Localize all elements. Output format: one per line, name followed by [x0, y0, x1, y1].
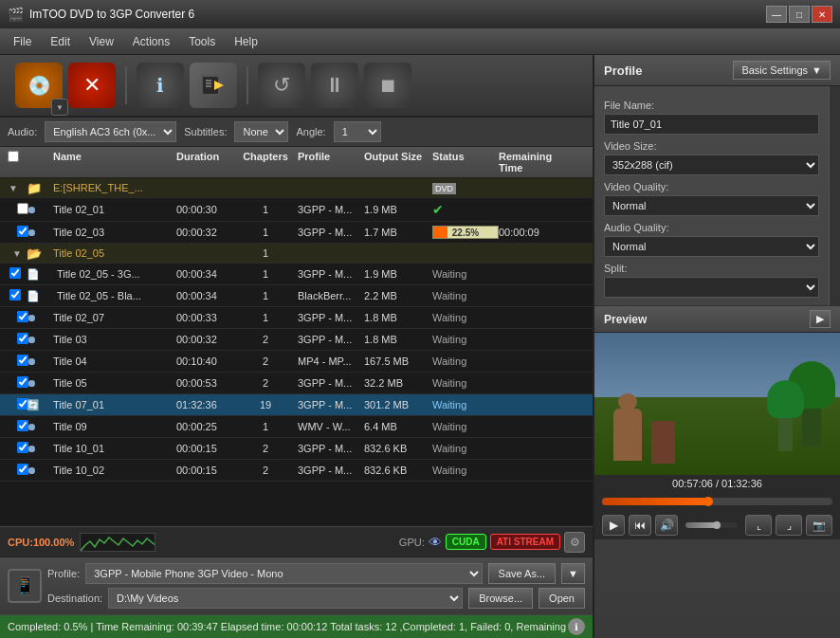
table-row[interactable]: 📄 Title 02_05 - 3G... 00:00:34 1 3GPP - … — [0, 264, 593, 285]
table-row[interactable]: ⏺ Title 02_03 00:00:32 1 3GPP - M... 1.7… — [0, 222, 593, 244]
convert-button[interactable] — [190, 63, 237, 108]
table-row[interactable]: ▼ 📂 Title 02_05 1 — [0, 244, 593, 264]
row-checkbox[interactable] — [9, 289, 21, 301]
menu-help[interactable]: Help — [225, 31, 267, 52]
seekbar-thumb[interactable] — [703, 497, 713, 506]
play-button[interactable]: ▶ — [602, 515, 625, 536]
status-waiting: Waiting — [432, 399, 466, 410]
snapshot-button[interactable]: 📷 — [806, 515, 832, 536]
row-profile-cell: 3GPP - M... — [294, 461, 360, 480]
minimize-button[interactable]: — — [766, 6, 787, 23]
menu-edit[interactable]: Edit — [41, 31, 80, 52]
row-check-cell — [0, 222, 27, 243]
clip-end-button[interactable]: ⌟ — [776, 515, 802, 536]
stop2-button[interactable]: ⏹ — [364, 63, 411, 108]
volume-button[interactable]: 🔊 — [655, 515, 678, 536]
preview-scene — [594, 333, 840, 475]
select-all-checkbox[interactable] — [8, 151, 19, 162]
status-waiting: Waiting — [432, 334, 466, 345]
videoquality-select[interactable]: Normal — [604, 195, 819, 216]
menu-file[interactable]: File — [4, 31, 41, 52]
row-chapters-cell: 2 — [237, 352, 294, 371]
filename-input[interactable] — [604, 114, 819, 135]
videoquality-label: Video Quality: — [604, 181, 819, 192]
row-duration-cell: 00:00:25 — [173, 417, 237, 436]
close-button[interactable]: ✕ — [812, 6, 832, 23]
destination-select[interactable]: D:\My Videos — [108, 588, 463, 609]
volume-track[interactable] — [685, 522, 738, 528]
row-size-cell — [360, 249, 429, 257]
table-row[interactable]: ⏺ Title 04 00:10:40 2 MP4 - MP... 167.5 … — [0, 351, 593, 373]
audio-select[interactable]: English AC3 6ch (0x... — [45, 121, 176, 142]
table-row[interactable]: 🔄 Title 07_01 01:32:36 19 3GPP - M... 30… — [0, 394, 593, 416]
status-info-button[interactable]: ℹ — [568, 618, 585, 635]
subtitle-select[interactable]: None — [234, 121, 288, 142]
filename-label: File Name: — [604, 100, 819, 111]
menu-actions[interactable]: Actions — [123, 31, 179, 52]
audioquality-select[interactable]: Normal — [604, 236, 819, 257]
menu-view[interactable]: View — [80, 31, 123, 52]
row-name-cell: Title 10_02 — [49, 461, 173, 480]
video-character-1-head — [618, 393, 637, 410]
cpu-graph — [80, 533, 155, 552]
row-remaining-cell — [495, 357, 580, 365]
profile-dropdown-button[interactable]: ▼ — [561, 563, 585, 584]
angle-select[interactable]: 1 — [334, 121, 381, 142]
revert-button[interactable]: ↺ — [258, 63, 305, 108]
preview-settings-button[interactable]: ▶ — [810, 310, 831, 328]
menu-tools[interactable]: Tools — [179, 31, 225, 52]
table-row[interactable]: ⏺ Title 10_02 00:00:15 2 3GPP - M... 832… — [0, 460, 593, 482]
cuda-badge: CUDA — [446, 534, 486, 550]
clip-start-button[interactable]: ⌞ — [745, 515, 772, 536]
status-waiting: Waiting — [432, 268, 466, 280]
maximize-button[interactable]: □ — [789, 6, 810, 23]
row-chapters-cell: 19 — [237, 395, 294, 414]
split-select[interactable] — [604, 277, 819, 298]
file-icon: 📄 — [27, 268, 40, 280]
pause-button[interactable]: ⏸ — [311, 63, 358, 108]
stop-button[interactable]: ✕ — [68, 63, 116, 108]
row-remaining-cell — [495, 379, 580, 387]
destination-label: Destination: — [47, 592, 102, 604]
volume-thumb[interactable] — [713, 521, 721, 529]
table-row[interactable]: ⏺ Title 03 00:00:32 2 3GPP - M... 1.8 MB… — [0, 329, 593, 351]
table-row[interactable]: ⏺ Title 05 00:00:53 2 3GPP - M... 32.2 M… — [0, 373, 593, 394]
seekbar-track[interactable] — [602, 498, 832, 505]
toolbar-separator-2 — [247, 66, 248, 104]
row-duration-cell: 01:32:36 — [173, 395, 237, 414]
video-tree-2 — [778, 404, 793, 451]
profile-select[interactable]: 3GPP - Mobile Phone 3GP Video - Mono — [85, 563, 482, 584]
status-message: Completed: 0.5% | Time Remaining: 00:39:… — [8, 621, 568, 632]
table-row[interactable]: ⏺ Title 02_01 00:00:30 1 3GPP - M... 1.9… — [0, 198, 593, 222]
status-waiting: Waiting — [432, 465, 466, 476]
table-row[interactable]: ▼ 📁 E:[SHREK_THE_... DVD — [0, 178, 593, 198]
row-checkbox[interactable] — [9, 267, 21, 279]
row-size-cell: 832.6 KB — [360, 461, 429, 480]
file-loading-icon: 🔄 — [27, 399, 40, 410]
gpu-settings-button[interactable]: ⚙ — [564, 532, 585, 553]
file-list-header: Name Duration Chapters Profile Output Si… — [0, 147, 593, 178]
saveas-button[interactable]: Save As... — [488, 563, 557, 584]
phone-icon: 📱 — [14, 575, 35, 596]
table-row[interactable]: ⏺ Title 09 00:00:25 1 WMV - W... 6.4 MB … — [0, 416, 593, 438]
profile-panel-title: Profile — [604, 64, 642, 78]
browse-button[interactable]: Browse... — [468, 588, 533, 609]
collapse-icon[interactable]: ▼ — [9, 183, 18, 193]
settings-scrollbar[interactable] — [829, 86, 840, 305]
table-row[interactable]: 📄 Title 02_05 - Bla... 00:00:34 1 BlackB… — [0, 285, 593, 307]
prev-frame-button[interactable]: ⏮ — [629, 515, 651, 536]
open-button[interactable]: Open — [539, 588, 585, 609]
info-button[interactable]: ℹ — [137, 63, 184, 108]
dvd-load-button[interactable]: 💿 ▼ — [15, 63, 63, 108]
table-row[interactable]: ⏺ Title 02_07 00:00:33 1 3GPP - M... 1.8… — [0, 307, 593, 329]
preview-seekbar[interactable] — [594, 492, 840, 511]
row-size-cell: 1.8 MB — [360, 308, 429, 327]
app-icon: 🎬 — [8, 7, 24, 22]
basic-settings-button[interactable]: Basic Settings ▼ — [733, 61, 831, 80]
row-remaining-cell — [495, 336, 580, 343]
table-row[interactable]: ⏺ Title 10_01 00:00:15 2 3GPP - M... 832… — [0, 438, 593, 460]
dvd-source-icon: DVD — [432, 183, 456, 194]
file-list-container[interactable]: Name Duration Chapters Profile Output Si… — [0, 147, 593, 526]
videosize-select[interactable]: 352x288 (cif) — [604, 155, 819, 175]
collapse-icon[interactable]: ▼ — [12, 248, 22, 259]
